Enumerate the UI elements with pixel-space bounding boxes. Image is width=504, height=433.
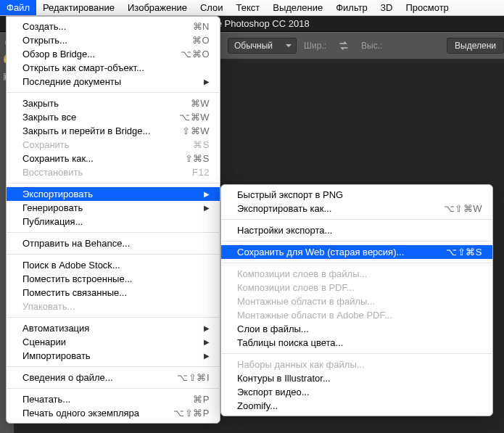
file-menu-item[interactable]: Открыть...⌘O bbox=[7, 33, 220, 47]
menu-item-label: Открыть как смарт-объект... bbox=[22, 62, 210, 73]
menu-item-label: Последние документы bbox=[22, 76, 198, 87]
file-menu-separator bbox=[7, 388, 219, 389]
menu-item-shortcut: ⇧⌘W bbox=[182, 125, 210, 136]
file-menu-item[interactable]: Закрыть⌘W bbox=[7, 96, 220, 110]
file-menu-item[interactable]: Автоматизация▶ bbox=[7, 321, 220, 335]
file-menu-item[interactable]: Закрыть и перейти в Bridge...⇧⌘W bbox=[7, 124, 220, 138]
menu-item-label: Экспорт видео... bbox=[237, 387, 482, 397]
file-menu-item[interactable]: Создать...⌘N bbox=[7, 20, 220, 33]
export-submenu-separator bbox=[222, 353, 492, 354]
export-submenu-item[interactable]: Экспортировать как...⌥⇧⌘W bbox=[221, 202, 492, 215]
menubar: ФайлРедактированиеИзображениеСлоиТекстВы… bbox=[0, 0, 504, 16]
export-submenu-item[interactable]: Настройки экспорта... bbox=[221, 223, 492, 237]
export-submenu-item[interactable]: Экспорт видео... bbox=[221, 385, 492, 399]
export-submenu-item[interactable]: Быстрый экспорт в PNG bbox=[221, 188, 492, 202]
file-menu-item: ВосстановитьF12 bbox=[7, 165, 220, 179]
menu-item-shortcut: ⌘W bbox=[191, 98, 210, 109]
export-submenu-item[interactable]: Таблицы поиска цвета... bbox=[221, 336, 492, 350]
menu-item-label: Сохранить для Web (старая версия)... bbox=[237, 247, 446, 257]
menu-item-shortcut: ⌘P bbox=[193, 394, 210, 405]
file-menu-item: Упаковать... bbox=[7, 300, 220, 313]
menubar-item[interactable]: Фильтр bbox=[329, 0, 374, 15]
menu-item-label: Публикация... bbox=[22, 216, 210, 227]
menu-item-shortcut: ⌘N bbox=[193, 21, 210, 32]
menu-item-label: Обзор в Bridge... bbox=[22, 49, 181, 59]
menu-item-label: Поиск в Adobe Stock... bbox=[22, 260, 210, 271]
menu-item-shortcut: ⌥⌘W bbox=[179, 112, 210, 123]
export-submenu-item[interactable]: Контуры в Illustrator... bbox=[221, 371, 492, 385]
export-submenu-item: Композиции слоев в PDF... bbox=[221, 281, 492, 294]
file-menu-item[interactable]: Сценарии▶ bbox=[7, 335, 220, 349]
menu-item-shortcut: ⌥⌘O bbox=[181, 49, 210, 59]
file-menu-item[interactable]: Обзор в Bridge...⌥⌘O bbox=[7, 47, 220, 61]
menubar-item[interactable]: Изображение bbox=[121, 0, 194, 15]
file-menu-item[interactable]: Печать одного экземпляра⌥⇧⌘P bbox=[7, 406, 220, 420]
menu-item-label: Создать... bbox=[22, 21, 193, 32]
file-menu-item: Сохранить⌘S bbox=[7, 138, 220, 152]
menu-item-label: Композиции слоев в файлы... bbox=[237, 268, 482, 279]
file-menu-separator bbox=[7, 317, 219, 318]
menu-item-label: Слои в файлы... bbox=[237, 323, 482, 334]
export-submenu-item[interactable]: Сохранить для Web (старая версия)...⌥⇧⌘S bbox=[221, 245, 492, 259]
blend-mode-dropdown[interactable]: Обычный bbox=[228, 38, 297, 54]
menubar-item[interactable]: Редактирование bbox=[36, 0, 121, 15]
file-menu-item[interactable]: Поместить встроенные... bbox=[7, 272, 220, 286]
file-menu-separator bbox=[7, 92, 219, 93]
menu-item-label: Печатать... bbox=[22, 394, 193, 405]
menu-item-label: Сведения о файле... bbox=[22, 372, 177, 383]
export-submenu-item[interactable]: Zoomify... bbox=[221, 399, 492, 413]
menu-item-shortcut: ⌘S bbox=[193, 139, 210, 150]
file-menu-item[interactable]: Закрыть все⌥⌘W bbox=[7, 110, 220, 124]
menu-item-shortcut: F12 bbox=[192, 167, 210, 178]
menu-item-label: Сценарии bbox=[22, 337, 198, 347]
menu-item-shortcut: ⌥⇧⌘I bbox=[177, 372, 210, 383]
file-menu-separator bbox=[7, 232, 219, 233]
file-menu-item[interactable]: Сохранить как...⇧⌘S bbox=[7, 152, 220, 165]
menu-item-shortcut: ⌥⇧⌘W bbox=[444, 203, 482, 214]
file-menu-item[interactable]: Экспортировать▶ bbox=[7, 187, 220, 201]
file-menu-item[interactable]: Поиск в Adobe Stock... bbox=[7, 258, 220, 272]
chevron-right-icon: ▶ bbox=[204, 190, 210, 198]
file-menu-item[interactable]: Последние документы▶ bbox=[7, 75, 220, 88]
menubar-item[interactable]: Слои bbox=[194, 0, 230, 15]
select-button-label: Выделени bbox=[455, 41, 496, 51]
export-submenu-separator bbox=[222, 263, 492, 263]
chevron-right-icon: ▶ bbox=[204, 324, 210, 332]
menu-item-label: Экспортировать как... bbox=[237, 203, 444, 214]
menu-item-shortcut: ⌥⇧⌘S bbox=[446, 247, 482, 257]
file-menu-item[interactable]: Сведения о файле...⌥⇧⌘I bbox=[7, 371, 220, 384]
file-menu-item[interactable]: Печатать...⌘P bbox=[7, 392, 220, 406]
file-menu-item[interactable]: Публикация... bbox=[7, 215, 220, 228]
menu-item-label: Композиции слоев в PDF... bbox=[237, 282, 482, 293]
swap-icon[interactable] bbox=[334, 38, 354, 54]
menu-item-label: Открыть... bbox=[22, 35, 192, 46]
file-menu-item[interactable]: Отправить на Behance... bbox=[7, 236, 220, 250]
menu-item-label: Импортировать bbox=[22, 350, 198, 361]
menu-item-label: Отправить на Behance... bbox=[22, 238, 210, 249]
menubar-item[interactable]: Выделение bbox=[266, 0, 329, 15]
menu-item-label: Zoomify... bbox=[237, 400, 482, 411]
chevron-right-icon: ▶ bbox=[204, 338, 210, 346]
export-submenu-item[interactable]: Слои в файлы... bbox=[221, 322, 492, 336]
export-submenu: Быстрый экспорт в PNGЭкспортировать как.… bbox=[220, 184, 493, 416]
menu-item-label: Закрыть и перейти в Bridge... bbox=[22, 125, 182, 136]
export-submenu-item: Наборы данных как файлы... bbox=[221, 358, 492, 371]
menu-item-label: Восстановить bbox=[22, 167, 192, 178]
file-menu-item[interactable]: Импортировать▶ bbox=[7, 349, 220, 363]
menu-item-label: Быстрый экспорт в PNG bbox=[237, 189, 482, 200]
export-submenu-item: Монтажные области в файлы... bbox=[221, 294, 492, 308]
menubar-item[interactable]: Файл bbox=[0, 0, 36, 15]
menubar-item[interactable]: 3D bbox=[374, 0, 400, 15]
export-submenu-separator bbox=[222, 241, 492, 242]
select-button[interactable]: Выделени bbox=[447, 38, 504, 54]
menu-item-label: Контуры в Illustrator... bbox=[237, 373, 482, 384]
blend-mode-value: Обычный bbox=[234, 41, 273, 51]
chevron-right-icon: ▶ bbox=[204, 352, 210, 360]
file-menu-item[interactable]: Открыть как смарт-объект... bbox=[7, 61, 220, 75]
menubar-item[interactable]: Просмотр bbox=[399, 0, 455, 15]
file-menu-item[interactable]: Поместить связанные... bbox=[7, 286, 220, 300]
menu-item-label: Упаковать... bbox=[22, 301, 210, 312]
menu-item-label: Таблицы поиска цвета... bbox=[237, 337, 482, 348]
menubar-item[interactable]: Текст bbox=[230, 0, 267, 15]
file-menu-item[interactable]: Генерировать▶ bbox=[7, 201, 220, 215]
